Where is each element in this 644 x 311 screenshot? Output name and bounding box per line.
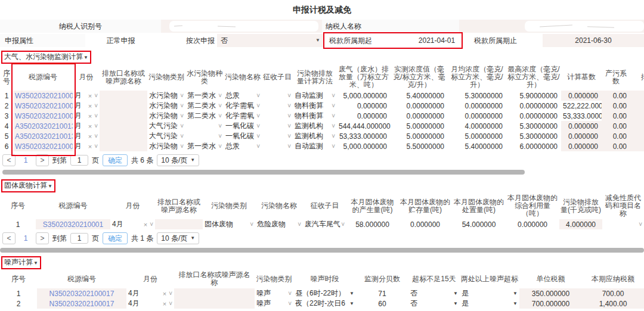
dropdown-noise-period[interactable]: 夜（22时-次日6▼ [293,298,356,309]
solid-waste-section-title[interactable]: 固体废物计算▼ [1,179,55,192]
clear-icon[interactable]: × [88,143,92,150]
tax-source-id-link[interactable]: W35020320210005 [15,112,73,120]
clear-icon[interactable]: × [88,123,92,130]
dropdown-pollutant-name[interactable]: 危险废物˅ [255,219,303,229]
pollutant-category-value: 水污染物 [149,111,178,121]
tax-source-id-link[interactable]: A35020320210013 [15,122,73,130]
month-dropdown[interactable]: 4月×˅ [126,288,174,298]
dropdown-levy-subitem[interactable]: ˅ [262,131,293,141]
dropdown-water-pollutant-type[interactable]: ˅ [185,131,224,141]
page-size-select[interactable]: 10 条/页▼ [157,232,199,244]
dropdown-under-15-days[interactable]: 否▼ [408,288,460,298]
prev-page-button[interactable]: < [2,232,16,244]
dropdown-levy-subitem[interactable]: ˅ [262,111,293,121]
clear-icon[interactable]: × [144,221,147,228]
dropdown-pollutant-category[interactable]: 水污染物˅ [147,101,185,111]
clear-icon[interactable]: × [163,290,166,297]
confirm-button[interactable]: 确定 [103,154,128,166]
next-page-button[interactable]: > [36,154,49,166]
dropdown-pollutant-category[interactable]: 水污染物˅ [147,141,185,151]
dropdown-pollutant-name[interactable]: 一氧化碳˅ [224,131,262,141]
prev-page-button[interactable]: < [2,154,16,166]
cell-outlet-name [155,219,203,229]
solid-waste-pagination: <1>到第页确定共 1 条10 条/页▼ [2,232,644,245]
month-dropdown[interactable]: 月×˅ [73,141,100,151]
noise-section-title[interactable]: 噪声计算▼ [1,256,41,269]
dropdown-pollutant-category[interactable]: 固体废物˅ [203,219,255,229]
dropdown-calc-method[interactable]: 物料衡算˅ [293,111,337,121]
dropdown-calc-method[interactable]: 自动监测˅ [293,91,337,101]
dropdown-pollutant-category[interactable]: 噪声˅ [255,298,293,309]
cell-outlet-name [174,298,255,309]
dropdown-multi-location-over-limit[interactable]: 是▼ [460,288,519,298]
dropdown-arrow-icon: ▼ [453,301,458,306]
horizontal-scrollbar[interactable] [0,248,644,253]
pollutant-name-value: 化学需氧 [225,111,254,121]
tax-source-id-link[interactable]: W35020320210005 [15,142,73,151]
month-dropdown[interactable]: 月×˅ [73,101,100,111]
scrollbar-thumb[interactable] [2,170,525,175]
tax-source-id-link[interactable]: N350203202100017 [49,300,114,308]
page-size-select[interactable]: 10 条/页▼ [157,154,199,166]
dropdown-water-pollutant-type[interactable]: 第二类水˅ [185,111,224,121]
dropdown-water-pollutant-type[interactable]: 第二类水˅ [185,101,224,111]
air-water-section-title[interactable]: 大气、水污染物监测计算▼ [1,51,91,64]
horizontal-scrollbar[interactable] [0,170,644,175]
dropdown-under-15-days[interactable]: 否▼ [408,298,460,309]
tax-source-id-link[interactable]: N350203202100017 [49,290,114,298]
dropdown-pollutant-category[interactable]: 大气污染˅ [147,121,185,131]
next-page-button[interactable]: > [36,232,49,244]
dropdown-pollutant-name[interactable]: 总汞˅ [224,141,262,151]
dropdown-pollutant-category[interactable]: 水污染物˅ [147,91,185,101]
dropdown-water-pollutant-type[interactable]: 第一类水˅ [185,91,224,101]
total-count: 共 6 条 [131,156,153,166]
dropdown-pollutant-name[interactable]: 化学需氧˅ [224,111,262,121]
clear-icon[interactable]: × [88,113,92,120]
dropdown-water-pollutant-type[interactable]: ˅ [185,121,224,131]
tax-source-id-link[interactable]: A35020320210013 [15,132,73,141]
month-dropdown[interactable]: 4月×˅ [110,219,155,229]
dropdown-levy-subitem[interactable]: ˅ [262,121,293,131]
pollutant-name-value: 总汞 [225,91,240,101]
dropdown-pollutant-category[interactable]: 噪声˅ [255,288,293,298]
clear-icon[interactable]: × [88,92,92,99]
month-dropdown[interactable]: 月×˅ [73,91,100,101]
dropdown-water-pollutant-type[interactable]: 第一类水˅ [185,141,224,151]
clear-icon[interactable]: × [88,102,92,110]
dropdown-calc-method[interactable]: 物料衡算˅ [293,101,337,111]
dropdown-calc-method[interactable]: 监测机构˅ [293,131,337,141]
month-dropdown[interactable]: 4月×˅ [126,298,174,309]
dropdown-exemption-code[interactable]: ˅ [602,219,644,229]
month-dropdown[interactable]: 月×˅ [73,121,100,131]
tax-source-id-link[interactable]: S35020320210001 [43,220,103,229]
current-page-number[interactable]: 1 [19,234,32,242]
month-dropdown[interactable]: 月×˅ [73,111,100,121]
tax-source-id-link[interactable]: W35020320210004 [15,92,73,100]
dropdown-pollutant-category[interactable]: 水污染物˅ [147,111,185,121]
dropdown-levy-subitem[interactable]: ˅ [262,101,293,111]
current-page-number[interactable]: 1 [19,156,32,164]
dropdown-pollutant-name[interactable]: 一氧化碳˅ [224,121,262,131]
dropdown-pollutant-name[interactable]: 总汞˅ [224,91,262,101]
dropdown-levy-subitem[interactable]: 废汽车尾气˅ [303,219,346,229]
dropdown-levy-subitem[interactable]: ˅ [262,141,293,151]
clear-icon[interactable]: × [163,300,166,307]
tax-source-id-link[interactable]: W35020320210004 [15,102,73,110]
dropdown-calc-method[interactable]: 监测机构˅ [293,121,337,131]
clear-icon[interactable]: × [88,133,92,140]
confirm-button[interactable]: 确定 [103,232,128,244]
month-dropdown[interactable]: 月×˅ [73,131,100,141]
cell-measured-concentration: 5.40000000 [391,91,448,101]
dropdown-levy-subitem[interactable]: ˅ [262,91,293,101]
dropdown-multi-location-over-limit[interactable]: 是▼ [460,298,519,309]
scrollbar-thumb[interactable] [0,248,644,253]
cell-pollution-coefficient: 0.00 [602,141,630,151]
dropdown-noise-period[interactable]: 昼（6时-22时）▼ [293,288,356,298]
dropdown-calc-method[interactable]: 自动监测˅ [293,141,337,151]
goto-page-input[interactable] [70,233,88,244]
cell-tax-source-id: W35020320210005 [13,141,73,151]
per-occurrence-dropdown[interactable]: 否 ▼ [217,34,324,47]
dropdown-pollutant-name[interactable]: 化学需氧˅ [224,101,262,111]
dropdown-pollutant-category[interactable]: 大气污染˅ [147,131,185,141]
goto-page-input[interactable] [70,155,88,166]
